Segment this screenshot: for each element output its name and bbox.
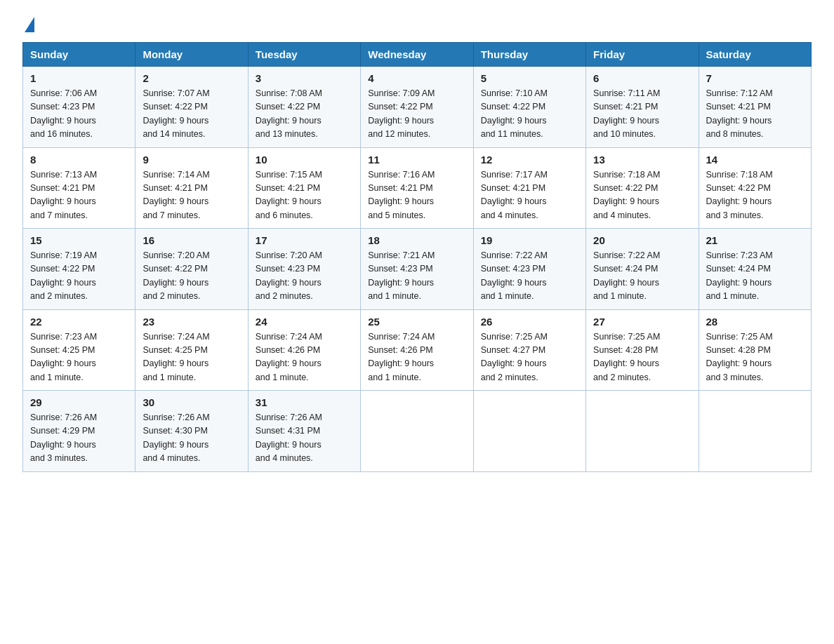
calendar-cell: 25Sunrise: 7:24 AMSunset: 4:26 PMDayligh…	[361, 309, 473, 391]
day-number: 13	[593, 154, 691, 166]
day-info: Sunrise: 7:22 AMSunset: 4:23 PMDaylight:…	[481, 249, 578, 304]
day-number: 5	[481, 72, 578, 84]
calendar-table: SundayMondayTuesdayWednesdayThursdayFrid…	[22, 42, 812, 472]
day-info: Sunrise: 7:22 AMSunset: 4:24 PMDaylight:…	[593, 249, 691, 304]
day-info: Sunrise: 7:20 AMSunset: 4:23 PMDaylight:…	[256, 249, 353, 304]
day-info: Sunrise: 7:07 AMSunset: 4:22 PMDaylight:…	[143, 87, 240, 142]
day-info: Sunrise: 7:25 AMSunset: 4:28 PMDaylight:…	[593, 330, 691, 385]
calendar-cell: 19Sunrise: 7:22 AMSunset: 4:23 PMDayligh…	[473, 229, 585, 310]
day-number: 21	[706, 234, 804, 246]
day-number: 23	[143, 316, 240, 328]
day-info: Sunrise: 7:08 AMSunset: 4:22 PMDaylight:…	[256, 87, 353, 142]
day-number: 29	[30, 396, 128, 408]
calendar-cell: 13Sunrise: 7:18 AMSunset: 4:22 PMDayligh…	[586, 147, 699, 229]
calendar-cell: 3Sunrise: 7:08 AMSunset: 4:22 PMDaylight…	[248, 67, 360, 148]
day-info: Sunrise: 7:25 AMSunset: 4:28 PMDaylight:…	[706, 330, 804, 385]
day-info: Sunrise: 7:24 AMSunset: 4:26 PMDaylight:…	[256, 330, 353, 385]
day-info: Sunrise: 7:14 AMSunset: 4:21 PMDaylight:…	[143, 168, 240, 223]
day-number: 3	[256, 72, 353, 84]
day-info: Sunrise: 7:12 AMSunset: 4:21 PMDaylight:…	[706, 87, 804, 142]
calendar-cell: 6Sunrise: 7:11 AMSunset: 4:21 PMDaylight…	[586, 67, 699, 148]
calendar-cell: 21Sunrise: 7:23 AMSunset: 4:24 PMDayligh…	[699, 229, 811, 310]
day-info: Sunrise: 7:18 AMSunset: 4:22 PMDaylight:…	[706, 168, 804, 223]
day-number: 12	[481, 154, 578, 166]
calendar-cell: 24Sunrise: 7:24 AMSunset: 4:26 PMDayligh…	[248, 309, 360, 391]
page-header	[22, 17, 812, 34]
day-number: 17	[256, 234, 353, 246]
calendar-week-row: 15Sunrise: 7:19 AMSunset: 4:22 PMDayligh…	[23, 229, 812, 310]
day-info: Sunrise: 7:23 AMSunset: 4:24 PMDaylight:…	[706, 249, 804, 304]
weekday-header-monday: Monday	[135, 43, 248, 67]
day-info: Sunrise: 7:21 AMSunset: 4:23 PMDaylight:…	[368, 249, 465, 304]
day-number: 11	[368, 154, 465, 166]
day-info: Sunrise: 7:06 AMSunset: 4:23 PMDaylight:…	[30, 87, 128, 142]
calendar-cell: 20Sunrise: 7:22 AMSunset: 4:24 PMDayligh…	[586, 229, 699, 310]
calendar-cell: 1Sunrise: 7:06 AMSunset: 4:23 PMDaylight…	[23, 67, 135, 148]
day-info: Sunrise: 7:15 AMSunset: 4:21 PMDaylight:…	[256, 168, 353, 223]
weekday-header-tuesday: Tuesday	[248, 43, 360, 67]
calendar-cell: 27Sunrise: 7:25 AMSunset: 4:28 PMDayligh…	[586, 309, 699, 391]
weekday-header-row: SundayMondayTuesdayWednesdayThursdayFrid…	[23, 43, 812, 67]
day-info: Sunrise: 7:24 AMSunset: 4:25 PMDaylight:…	[143, 330, 240, 385]
day-info: Sunrise: 7:19 AMSunset: 4:22 PMDaylight:…	[30, 249, 128, 304]
day-number: 18	[368, 234, 465, 246]
calendar-cell	[361, 391, 473, 472]
calendar-cell: 5Sunrise: 7:10 AMSunset: 4:22 PMDaylight…	[473, 67, 585, 148]
calendar-cell: 23Sunrise: 7:24 AMSunset: 4:25 PMDayligh…	[135, 309, 248, 391]
day-number: 1	[30, 72, 128, 84]
calendar-cell: 30Sunrise: 7:26 AMSunset: 4:30 PMDayligh…	[135, 391, 248, 472]
calendar-cell: 11Sunrise: 7:16 AMSunset: 4:21 PMDayligh…	[361, 147, 473, 229]
day-info: Sunrise: 7:26 AMSunset: 4:31 PMDaylight:…	[256, 411, 353, 466]
day-number: 10	[256, 154, 353, 166]
calendar-cell	[473, 391, 585, 472]
day-number: 7	[706, 72, 804, 84]
calendar-cell: 16Sunrise: 7:20 AMSunset: 4:22 PMDayligh…	[135, 229, 248, 310]
day-info: Sunrise: 7:17 AMSunset: 4:21 PMDaylight:…	[481, 168, 578, 223]
weekday-header-thursday: Thursday	[473, 43, 585, 67]
logo-triangle-icon	[25, 17, 34, 32]
calendar-cell: 7Sunrise: 7:12 AMSunset: 4:21 PMDaylight…	[699, 67, 811, 148]
calendar-cell: 26Sunrise: 7:25 AMSunset: 4:27 PMDayligh…	[473, 309, 585, 391]
day-info: Sunrise: 7:09 AMSunset: 4:22 PMDaylight:…	[368, 87, 465, 142]
day-info: Sunrise: 7:20 AMSunset: 4:22 PMDaylight:…	[143, 249, 240, 304]
day-info: Sunrise: 7:26 AMSunset: 4:30 PMDaylight:…	[143, 411, 240, 466]
calendar-cell: 28Sunrise: 7:25 AMSunset: 4:28 PMDayligh…	[699, 309, 811, 391]
calendar-cell	[586, 391, 699, 472]
day-info: Sunrise: 7:13 AMSunset: 4:21 PMDaylight:…	[30, 168, 128, 223]
calendar-cell: 10Sunrise: 7:15 AMSunset: 4:21 PMDayligh…	[248, 147, 360, 229]
calendar-cell: 18Sunrise: 7:21 AMSunset: 4:23 PMDayligh…	[361, 229, 473, 310]
day-number: 15	[30, 234, 128, 246]
day-number: 2	[143, 72, 240, 84]
calendar-cell: 12Sunrise: 7:17 AMSunset: 4:21 PMDayligh…	[473, 147, 585, 229]
day-info: Sunrise: 7:11 AMSunset: 4:21 PMDaylight:…	[593, 87, 691, 142]
day-number: 26	[481, 316, 578, 328]
day-info: Sunrise: 7:23 AMSunset: 4:25 PMDaylight:…	[30, 330, 128, 385]
day-number: 25	[368, 316, 465, 328]
calendar-cell: 4Sunrise: 7:09 AMSunset: 4:22 PMDaylight…	[361, 67, 473, 148]
day-number: 4	[368, 72, 465, 84]
calendar-cell: 15Sunrise: 7:19 AMSunset: 4:22 PMDayligh…	[23, 229, 135, 310]
day-number: 30	[143, 396, 240, 408]
day-number: 28	[706, 316, 804, 328]
calendar-week-row: 1Sunrise: 7:06 AMSunset: 4:23 PMDaylight…	[23, 67, 812, 148]
calendar-cell	[699, 391, 811, 472]
day-number: 6	[593, 72, 691, 84]
weekday-header-friday: Friday	[586, 43, 699, 67]
calendar-cell: 2Sunrise: 7:07 AMSunset: 4:22 PMDaylight…	[135, 67, 248, 148]
day-number: 22	[30, 316, 128, 328]
calendar-cell: 9Sunrise: 7:14 AMSunset: 4:21 PMDaylight…	[135, 147, 248, 229]
calendar-cell: 8Sunrise: 7:13 AMSunset: 4:21 PMDaylight…	[23, 147, 135, 229]
day-number: 14	[706, 154, 804, 166]
day-info: Sunrise: 7:25 AMSunset: 4:27 PMDaylight:…	[481, 330, 578, 385]
logo	[22, 17, 34, 34]
day-info: Sunrise: 7:18 AMSunset: 4:22 PMDaylight:…	[593, 168, 691, 223]
calendar-cell: 29Sunrise: 7:26 AMSunset: 4:29 PMDayligh…	[23, 391, 135, 472]
weekday-header-saturday: Saturday	[699, 43, 811, 67]
calendar-week-row: 22Sunrise: 7:23 AMSunset: 4:25 PMDayligh…	[23, 309, 812, 391]
day-number: 27	[593, 316, 691, 328]
calendar-week-row: 8Sunrise: 7:13 AMSunset: 4:21 PMDaylight…	[23, 147, 812, 229]
day-info: Sunrise: 7:26 AMSunset: 4:29 PMDaylight:…	[30, 411, 128, 466]
calendar-week-row: 29Sunrise: 7:26 AMSunset: 4:29 PMDayligh…	[23, 391, 812, 472]
day-info: Sunrise: 7:24 AMSunset: 4:26 PMDaylight:…	[368, 330, 465, 385]
day-number: 9	[143, 154, 240, 166]
